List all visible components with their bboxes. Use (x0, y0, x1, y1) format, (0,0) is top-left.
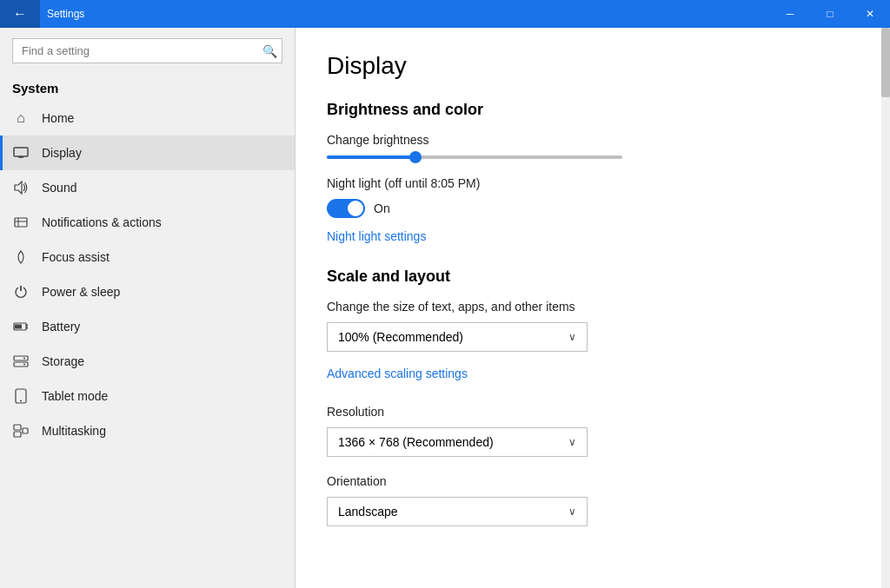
sidebar-label-display: Display (42, 146, 82, 160)
sidebar-label-battery: Battery (42, 320, 80, 334)
sidebar-item-tablet[interactable]: Tablet mode (0, 379, 295, 413)
brightness-section-heading: Brightness and color (327, 101, 859, 119)
sidebar-item-multitasking[interactable]: Multitasking (0, 413, 295, 448)
scale-dropdown-chevron: ∨ (568, 331, 576, 343)
svg-point-14 (23, 364, 25, 366)
scrollbar-thumb[interactable] (881, 28, 890, 97)
sidebar-label-home: Home (42, 111, 74, 125)
scale-dropdown-container: 100% (Recommended) ∨ (327, 322, 859, 352)
scale-section-heading: Scale and layout (327, 268, 859, 286)
svg-rect-4 (15, 218, 27, 227)
focus-icon (12, 248, 30, 266)
sidebar-item-focus[interactable]: Focus assist (0, 240, 295, 274)
orientation-section: Orientation Landscape ∨ (327, 474, 859, 526)
sidebar-item-sound[interactable]: Sound (0, 170, 295, 205)
sidebar-label-multitasking: Multitasking (42, 424, 106, 438)
night-light-toggle-row: On (327, 199, 859, 218)
orientation-dropdown-chevron: ∨ (568, 505, 576, 518)
maximize-icon: □ (827, 8, 833, 20)
main-layout: 🔍 System ⌂ Home Display (0, 28, 890, 588)
scale-label: Change the size of text, apps, and other… (327, 300, 859, 314)
display-icon (12, 144, 30, 162)
resolution-dropdown-chevron: ∨ (568, 436, 576, 448)
svg-rect-8 (15, 325, 22, 329)
sidebar-item-storage[interactable]: Storage (0, 344, 295, 379)
brightness-slider-thumb[interactable] (409, 151, 422, 163)
sidebar-label-storage: Storage (42, 354, 84, 368)
multitasking-icon (12, 422, 30, 439)
minimize-button[interactable]: ─ (770, 0, 810, 28)
power-icon (12, 283, 30, 301)
svg-rect-18 (14, 432, 21, 437)
brightness-slider-track[interactable] (327, 155, 622, 159)
night-light-section: Night light (off until 8:05 PM) On Night… (327, 176, 859, 268)
svg-rect-0 (14, 148, 28, 156)
resolution-section: Resolution 1366 × 768 (Recommended) ∨ (327, 405, 859, 457)
brightness-slider-fill (327, 155, 415, 159)
titlebar-title: Settings (40, 8, 770, 20)
sidebar-item-power[interactable]: Power & sleep (0, 274, 295, 309)
svg-rect-11 (14, 356, 28, 360)
close-button[interactable]: ✕ (850, 0, 890, 28)
scrollbar-track (881, 28, 890, 588)
storage-icon (12, 353, 30, 370)
sidebar-label-notifications: Notifications & actions (42, 215, 162, 229)
home-icon: ⌂ (12, 109, 30, 127)
sidebar-item-home[interactable]: ⌂ Home (0, 101, 295, 135)
sidebar-label-power: Power & sleep (42, 285, 120, 299)
sidebar-label-tablet: Tablet mode (42, 389, 108, 403)
sidebar-label-sound: Sound (42, 181, 76, 195)
window-controls: ─ □ ✕ (770, 0, 890, 28)
advanced-scaling-link[interactable]: Advanced scaling settings (327, 367, 468, 380)
sidebar-section-label: System (0, 74, 295, 101)
brightness-control: Change brightness (327, 133, 859, 159)
brightness-label: Change brightness (327, 133, 859, 147)
sidebar: 🔍 System ⌂ Home Display (0, 28, 296, 588)
minimize-icon: ─ (787, 8, 794, 20)
close-icon: ✕ (866, 8, 874, 20)
sidebar-item-battery[interactable]: Battery (0, 309, 295, 344)
resolution-value: 1366 × 768 (Recommended) (338, 435, 494, 449)
search-input[interactable] (12, 38, 282, 63)
battery-icon (12, 318, 30, 335)
search-container: 🔍 (12, 38, 282, 63)
svg-point-13 (23, 358, 25, 360)
sidebar-items-list: ⌂ Home Display (0, 101, 295, 588)
scale-dropdown[interactable]: 100% (Recommended) ∨ (327, 322, 588, 352)
page-title: Display (327, 52, 859, 80)
sidebar-item-notifications[interactable]: Notifications & actions (0, 205, 295, 240)
orientation-dropdown-container: Landscape ∨ (327, 497, 859, 526)
tablet-icon (12, 387, 30, 405)
resolution-label: Resolution (327, 405, 859, 419)
svg-rect-19 (23, 428, 28, 433)
content-area: Display Brightness and color Change brig… (296, 28, 890, 588)
sound-icon (12, 179, 30, 196)
orientation-dropdown[interactable]: Landscape ∨ (327, 497, 588, 526)
titlebar: ← Settings ─ □ ✕ (0, 0, 890, 28)
resolution-dropdown[interactable]: 1366 × 768 (Recommended) ∨ (327, 427, 588, 457)
search-icon: 🔍 (262, 44, 277, 58)
toggle-state-label: On (374, 202, 390, 215)
resolution-dropdown-container: 1366 × 768 (Recommended) ∨ (327, 427, 859, 457)
sidebar-item-display[interactable]: Display (0, 135, 295, 170)
svg-marker-3 (15, 182, 22, 194)
search-icon-button[interactable]: 🔍 (262, 44, 277, 58)
orientation-value: Landscape (338, 505, 398, 519)
svg-point-16 (20, 400, 22, 402)
svg-rect-17 (14, 425, 21, 430)
night-light-settings-link[interactable]: Night light settings (327, 229, 426, 243)
night-light-label: Night light (off until 8:05 PM) (327, 176, 859, 190)
notifications-icon (12, 214, 30, 231)
toggle-knob (348, 201, 363, 216)
sidebar-label-focus: Focus assist (42, 250, 110, 264)
back-button[interactable]: ← (0, 0, 40, 28)
svg-rect-12 (14, 362, 28, 367)
orientation-label: Orientation (327, 474, 859, 488)
night-light-toggle[interactable] (327, 199, 365, 218)
scale-value: 100% (Recommended) (338, 330, 463, 344)
back-icon: ← (13, 6, 27, 22)
maximize-button[interactable]: □ (810, 0, 850, 28)
